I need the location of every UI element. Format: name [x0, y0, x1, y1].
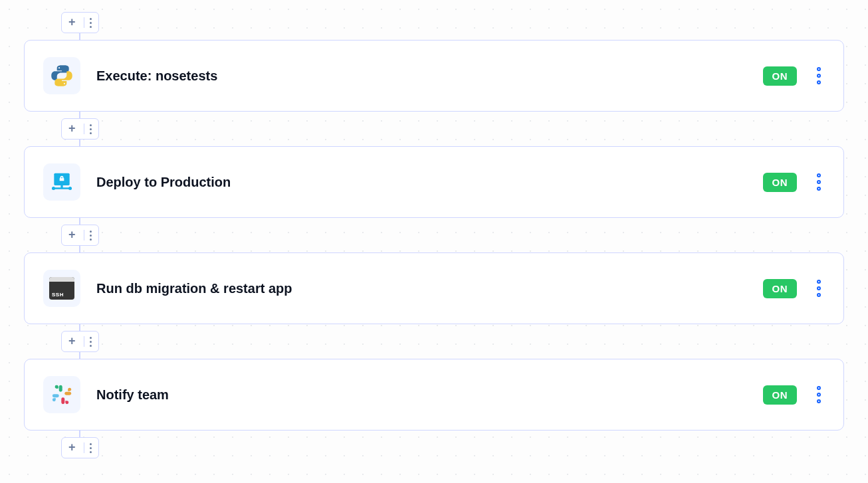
- svg-rect-6: [59, 385, 62, 392]
- add-step-control[interactable]: +: [61, 118, 99, 140]
- more-icon[interactable]: [88, 231, 93, 241]
- add-step-control[interactable]: +: [61, 12, 99, 33]
- separator: [84, 124, 84, 134]
- step-title: Deploy to Production: [96, 175, 763, 190]
- connector-line: [79, 246, 80, 252]
- connector-line: [79, 140, 80, 146]
- separator: [84, 17, 84, 28]
- slack-icon: [43, 376, 80, 413]
- toggle-on[interactable]: ON: [763, 173, 798, 192]
- connector-line: [79, 324, 80, 331]
- connector-line: [79, 431, 80, 437]
- plus-icon[interactable]: +: [67, 441, 80, 454]
- plus-icon[interactable]: +: [67, 16, 80, 29]
- pipeline: + Execute: nosetests ON +: [24, 12, 844, 458]
- connector: +: [61, 218, 844, 252]
- step-menu-icon[interactable]: [813, 276, 825, 301]
- plus-icon[interactable]: +: [67, 229, 80, 242]
- step-card[interactable]: Execute: nosetests ON: [24, 40, 844, 112]
- deploy-icon: [43, 163, 80, 201]
- step-menu-icon[interactable]: [813, 63, 825, 88]
- plus-icon[interactable]: +: [67, 122, 80, 136]
- svg-rect-3: [60, 185, 62, 189]
- add-step-control[interactable]: +: [61, 331, 99, 352]
- step-card[interactable]: Deploy to Production ON: [24, 146, 844, 218]
- toggle-on[interactable]: ON: [763, 66, 798, 86]
- connector-line: [79, 112, 80, 118]
- step-menu-icon[interactable]: [813, 169, 825, 195]
- svg-rect-9: [64, 392, 71, 395]
- plus-icon[interactable]: +: [67, 335, 80, 348]
- separator: [84, 442, 84, 453]
- more-icon[interactable]: [88, 124, 93, 134]
- connector: +: [61, 324, 844, 359]
- svg-point-4: [52, 187, 55, 190]
- ssh-icon: SSH: [43, 270, 80, 307]
- more-icon[interactable]: [88, 337, 93, 347]
- separator: [84, 230, 84, 241]
- connector: +: [61, 112, 844, 146]
- step-menu-icon[interactable]: [813, 382, 825, 407]
- separator: [84, 336, 84, 347]
- step-title: Run db migration & restart app: [96, 281, 763, 296]
- svg-point-5: [68, 187, 72, 190]
- connector: +: [61, 12, 844, 40]
- connector-line: [79, 218, 80, 225]
- connector-line: [79, 33, 80, 40]
- more-icon[interactable]: [88, 18, 93, 28]
- step-card[interactable]: SSH Run db migration & restart app ON: [24, 252, 844, 324]
- add-step-control[interactable]: +: [61, 437, 99, 458]
- step-title: Notify team: [96, 387, 763, 403]
- toggle-on[interactable]: ON: [763, 385, 798, 405]
- step-title: Execute: nosetests: [96, 68, 763, 84]
- connector: +: [61, 431, 844, 458]
- svg-rect-10: [61, 397, 64, 404]
- python-icon: [43, 57, 80, 94]
- connector-line: [79, 352, 80, 359]
- more-icon[interactable]: [88, 443, 93, 453]
- step-card[interactable]: Notify team ON: [24, 359, 844, 431]
- add-step-control[interactable]: +: [61, 225, 99, 246]
- toggle-on[interactable]: ON: [763, 279, 798, 298]
- svg-rect-11: [53, 394, 59, 397]
